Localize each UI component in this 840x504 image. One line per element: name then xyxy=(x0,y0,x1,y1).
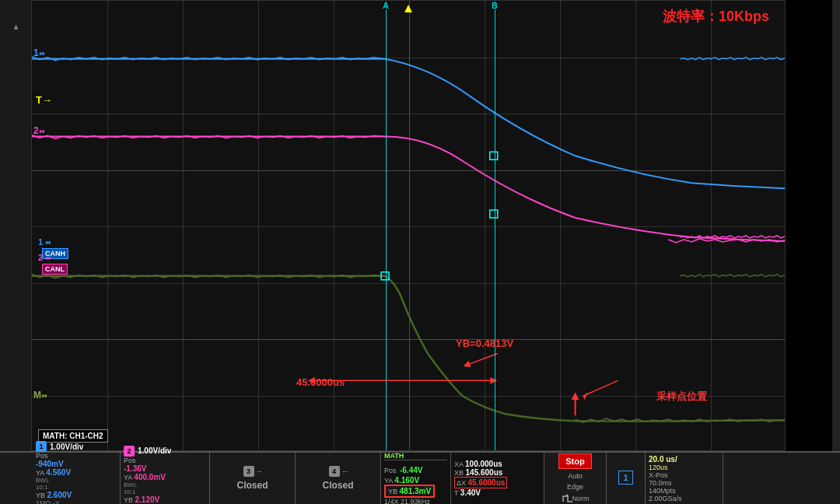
ch1-pos-value: -940mV xyxy=(36,460,64,468)
math-pos: -6.44V xyxy=(400,466,422,474)
math-label-bottom: MATH xyxy=(384,452,447,460)
right-sidebar xyxy=(832,0,840,451)
bode-rate-label: 波特率：10Kbps xyxy=(663,7,769,26)
timebase-section: 20.0 us/ 120us X-Pos 70.0ms 140Mpts 2.00… xyxy=(646,453,723,504)
ch2-yb: 2.120V xyxy=(135,495,160,504)
bottom-panel: ZL ® 1 1.00V/div Pos -940mV YA 4.560V BW… xyxy=(0,451,840,504)
ch1-scale: 1.00V/div xyxy=(50,443,83,451)
ch1-marker: 1⇔ xyxy=(33,47,45,58)
ch1-ratio: 10:1 xyxy=(36,484,48,491)
ch1-neg-y: -Y xyxy=(53,499,60,504)
ch4-indicator: 4 xyxy=(329,466,340,477)
cursor-t: 3.40V xyxy=(460,488,481,497)
trigger-section: Stop Auto Edge Norm xyxy=(544,453,607,504)
ch2-marker: 2⇔ xyxy=(33,125,45,136)
math-yb: 481.3mV xyxy=(400,487,432,495)
stop-button[interactable]: Stop xyxy=(558,453,591,469)
cursor-a-label: A xyxy=(383,1,389,10)
ch-select-section: 1 xyxy=(607,453,646,504)
cursor-section: XA 100.000us XB 145.600us ΔX 45.6000us T… xyxy=(451,453,544,504)
ch1-bwl: BWL xyxy=(36,477,49,484)
ch3-section: 3 -- Closed xyxy=(210,453,296,504)
math-ya: 4.160V xyxy=(394,476,419,485)
delta-x-annotation: 45.6000us xyxy=(296,376,345,388)
svg-marker-7 xyxy=(583,392,588,400)
math-freq: 1/4X 21.93kHz xyxy=(384,498,430,505)
svg-line-5 xyxy=(467,353,498,365)
ch1-section: 1 1.00V/div Pos -940mV YA 4.560V BWL 10:… xyxy=(31,453,121,504)
ch1-pos-label: Pos xyxy=(36,452,64,460)
sample-point-annotation: 采样点位置 xyxy=(656,390,707,404)
trigger-t-label: T→ xyxy=(36,94,52,106)
svg-marker-10 xyxy=(565,494,569,496)
cursor-a-line: A xyxy=(386,1,387,450)
cursor-b-label: B xyxy=(492,1,498,10)
ch1-ya: 4.560V xyxy=(46,468,71,477)
ch-m-marker: M⇔ xyxy=(33,390,47,401)
svg-line-6 xyxy=(583,380,618,396)
cursor-b-line: B xyxy=(495,1,495,450)
left-sidebar: ▼ xyxy=(0,0,31,451)
ch1-unit: 1MΩ xyxy=(36,499,51,504)
ch3-closed: Closed xyxy=(236,480,268,491)
svg-rect-1 xyxy=(490,152,498,159)
svg-marker-0 xyxy=(404,5,412,12)
ch3-indicator: 3 xyxy=(243,466,254,477)
ch4-closed: Closed xyxy=(322,480,353,491)
ch2-ratio: 10:1 xyxy=(124,488,136,495)
cursor-xb: 145.600us xyxy=(466,468,503,477)
sample-rate: 140Mpts xyxy=(649,487,676,495)
ch2-scale: 1.00V/div xyxy=(138,446,171,455)
ch2-indicator: 2 xyxy=(124,446,135,457)
timebase-unit: 120us xyxy=(649,464,668,471)
trigger-mode: Auto xyxy=(568,472,583,480)
waveform-display xyxy=(32,1,785,450)
ch2-bwl: BWL xyxy=(124,481,137,488)
ch1-indicator: 1 xyxy=(36,441,47,452)
ch-select-display: 1 xyxy=(618,471,632,485)
cursor-xa: 100.000us xyxy=(465,460,502,468)
svg-marker-9 xyxy=(572,392,579,400)
timebase-value: 20.0 us/ xyxy=(649,455,677,464)
ch2-canl-label: 2 ⇔ CANL xyxy=(38,250,51,264)
ch1-canh-label: 1 ⇔ CANH xyxy=(38,234,51,248)
math-section: MATH Pos -6.44V YA 4.160V YB 481.3mV 1/4… xyxy=(381,453,451,504)
ch2-ya: 400.0mV xyxy=(134,473,166,481)
x-pos-label: X-Pos xyxy=(649,471,668,479)
scope-controls: ▼ xyxy=(12,23,20,32)
cursor-dx: 45.6000us xyxy=(468,478,506,487)
yb-annotation: YB=0.4813V xyxy=(456,338,513,349)
ch1-yb: 2.600V xyxy=(47,491,72,499)
sample-rate2: 2.00GSa/s xyxy=(649,495,682,502)
ch2-section: 2 1.00V/div Pos -1.36V YA 400.0mV BWL 10… xyxy=(121,453,210,504)
svg-rect-2 xyxy=(490,210,498,218)
time2: 70.0ms xyxy=(649,479,672,487)
trigger-type: Edge xyxy=(567,483,583,491)
ch4-section: 4 -- Closed xyxy=(296,453,381,504)
trigger-norm: Norm xyxy=(572,495,590,502)
ch2-pos-value: -1.36V xyxy=(124,464,146,473)
scope-screen: A B 波特率：10Kbps T→ 1⇔ 2⇔ M⇔ 1 ⇔ CANH 2 ⇔ … xyxy=(31,0,786,451)
